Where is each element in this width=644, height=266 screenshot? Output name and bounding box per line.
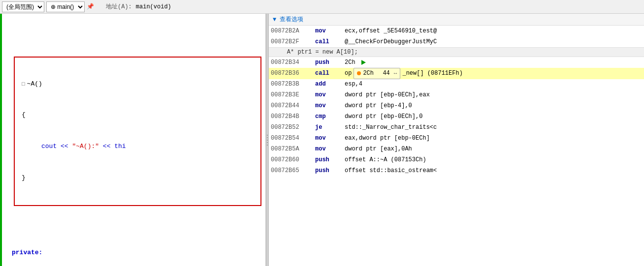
private-line: private: xyxy=(10,248,265,259)
pin-icon: 📌 xyxy=(87,3,94,10)
scope-select[interactable]: (全局范围) xyxy=(2,1,44,12)
disasm-row[interactable]: 00872B60 push offset A::~A (087153Ch) xyxy=(269,155,644,166)
disasm-addr: 00872B5A xyxy=(271,145,315,154)
disasm-row[interactable]: 00872B3E mov dword ptr [ebp-0ECh],eax xyxy=(269,90,644,101)
disasm-mnem: mov xyxy=(315,134,345,143)
disasm-op: esp,4 xyxy=(345,80,642,89)
disasm-row[interactable]: 00872B2A mov ecx,offset _5E546910_test@ xyxy=(269,26,644,36)
disasm-op: dword ptr [ebp-4],0 xyxy=(345,101,642,111)
disasm-mnem: call xyxy=(315,37,345,47)
code-line: cout << "~A():" << thi xyxy=(18,142,258,152)
green-bar xyxy=(0,14,2,266)
disasm-addr: 00872B54 xyxy=(271,134,315,143)
disasm-addr: 00872B3E xyxy=(271,90,315,100)
call-op-text: op xyxy=(345,69,352,78)
tooltip-dot xyxy=(357,71,361,75)
disasm-addr: 00872B36 xyxy=(271,69,315,78)
disasm-row[interactable]: 00872B54 mov eax,dword ptr [ebp-0ECh] xyxy=(269,133,644,144)
brace-open: { xyxy=(22,110,26,120)
disasm-row[interactable]: 00872B65 push offset std::basic_ostream< xyxy=(269,166,644,177)
disasm-op: 2Ch xyxy=(345,58,642,67)
split-dot xyxy=(267,135,268,136)
code-line: □ ~A() xyxy=(18,79,258,90)
disasm-op: offset A::~A (087153Ch) xyxy=(345,155,642,165)
disasm-op: dword ptr [ebp-0ECh],eax xyxy=(345,90,642,100)
toolbar: (全局范围) ⊕ main() 📌 地址(A): main(void) xyxy=(0,0,644,14)
destructor-signature: ~A() xyxy=(27,79,42,89)
disasm-table: 00872B2A mov ecx,offset _5E546910_test@ … xyxy=(269,26,644,266)
disasm-addr: 00872B34 xyxy=(271,58,315,67)
disasm-addr: 00872B2A xyxy=(271,27,315,36)
disasm-row[interactable]: 00872B34 push 2Ch xyxy=(269,57,644,68)
play-triangle xyxy=(361,60,366,65)
disasm-mnem: push xyxy=(315,166,345,176)
source-line-row: A* ptr1 = new A[10]; xyxy=(269,47,644,57)
address-value: main(void) xyxy=(136,3,171,10)
disasm-mnem: push xyxy=(315,58,345,67)
disasm-row[interactable]: 00872B3B add esp,4 xyxy=(269,79,644,90)
brace-close: } xyxy=(22,173,26,183)
disasm-row[interactable]: 00872B52 je std::_Narrow_char_traits<c xyxy=(269,122,644,133)
disasm-addr: 00872B65 xyxy=(271,166,315,176)
disasm-mnem: cmp xyxy=(315,112,345,121)
disasm-row[interactable]: 00872B2F call @__CheckForDebuggerJustMyC xyxy=(269,36,644,47)
disasm-op: ecx,offset _5E546910_test@ xyxy=(345,27,642,36)
disasm-addr: 00872B2F xyxy=(271,37,315,47)
view-options-link[interactable]: ▼ 查看选项 xyxy=(273,15,303,24)
call-op-suffix: _new[] (08711EFh) xyxy=(402,69,462,78)
split-dot xyxy=(267,140,268,141)
disasm-row[interactable]: 00872B5A mov dword ptr [eax],0Ah xyxy=(269,144,644,155)
private-keyword: private: xyxy=(12,248,42,258)
split-dot xyxy=(267,145,268,146)
disasm-header: ▼ 查看选项 xyxy=(269,14,644,26)
disasm-row[interactable]: 00872B44 mov dword ptr [ebp-4],0 xyxy=(269,101,644,112)
code-line: } xyxy=(18,173,258,184)
current-disasm-row[interactable]: ⇒ 00872B36 call op 2Ch 44 ↔ _new[] (0871… xyxy=(269,68,644,79)
code-content: □ ~A() { cout << "~A():" << thi } privat… xyxy=(0,14,265,266)
string-literal: "~A():" xyxy=(72,142,99,152)
disasm-panel: ▼ 查看选项 00872B2A mov ecx,offset _5E546910… xyxy=(269,14,644,266)
split-dot xyxy=(267,137,268,138)
disasm-op: offset std::basic_ostream< xyxy=(345,166,642,176)
address-label: 地址(A): xyxy=(106,2,132,11)
disasm-mnem: je xyxy=(315,123,345,132)
disasm-op: @__CheckForDebuggerJustMyC xyxy=(345,37,642,47)
disasm-mnem: mov xyxy=(315,90,345,100)
disasm-addr: 00872B52 xyxy=(271,123,315,132)
disasm-mnem: push xyxy=(315,155,345,165)
disasm-mnem: add xyxy=(315,80,345,89)
disasm-op: eax,dword ptr [ebp-0ECh] xyxy=(345,134,642,143)
disasm-addr: 00872B60 xyxy=(271,155,315,165)
disasm-row[interactable]: 00872B4B cmp dword ptr [ebp-0ECh],0 xyxy=(269,112,644,122)
destructor-box: □ ~A() { cout << "~A():" << thi } xyxy=(14,57,261,206)
disasm-mnem: mov xyxy=(315,101,345,111)
code-line: { xyxy=(18,110,258,121)
main-content: □ ~A() { cout << "~A():" << thi } privat… xyxy=(0,14,644,266)
disasm-addr: 00872B44 xyxy=(271,101,315,111)
disasm-op: op 2Ch 44 ↔ _new[] (08711EFh) xyxy=(345,68,642,79)
this-code: << thi xyxy=(99,142,126,152)
disasm-addr: 00872B3B xyxy=(271,80,315,89)
disasm-mnem: call xyxy=(315,69,345,78)
disasm-mnem: mov xyxy=(315,27,345,36)
disasm-addr: 00872B4B xyxy=(271,112,315,121)
tooltip-arrow: ↔ xyxy=(394,69,397,78)
cout-code: cout << xyxy=(41,142,72,152)
expand-icon[interactable]: □ xyxy=(22,80,25,89)
code-panel: □ ~A() { cout << "~A():" << thi } privat… xyxy=(0,14,266,266)
source-line-text: A* ptr1 = new A[10]; xyxy=(273,49,358,56)
split-dots xyxy=(267,135,268,146)
disasm-op: std::_Narrow_char_traits<c xyxy=(345,123,642,132)
disasm-op: dword ptr [eax],0Ah xyxy=(345,145,642,154)
disasm-op: dword ptr [ebp-0ECh],0 xyxy=(345,112,642,121)
tooltip-bubble: 2Ch 44 ↔ xyxy=(354,68,400,79)
disasm-mnem: mov xyxy=(315,145,345,154)
split-dot xyxy=(267,142,268,143)
function-select[interactable]: ⊕ main() xyxy=(46,1,85,12)
tooltip-val: 2Ch xyxy=(363,69,374,78)
